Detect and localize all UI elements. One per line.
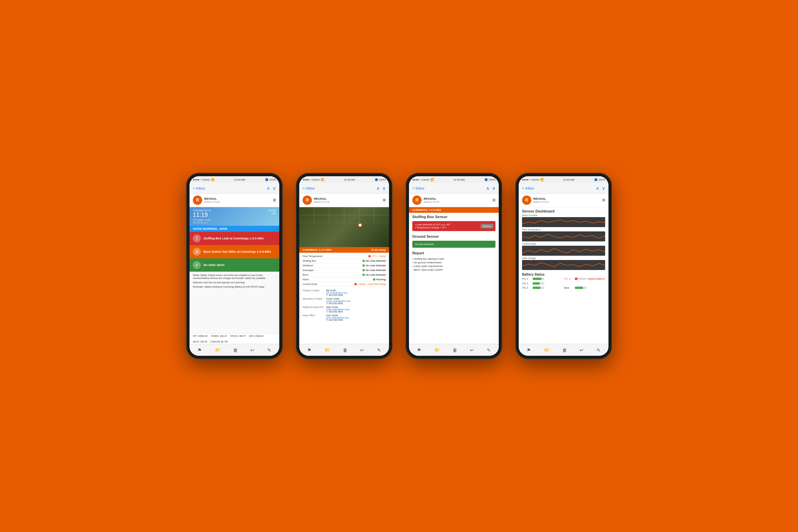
- compose-icon-4[interactable]: ✎: [596, 347, 601, 353]
- nav-bar-2: < Inbox ∧ ∨: [299, 183, 389, 193]
- up-arrow[interactable]: ∧: [267, 186, 270, 191]
- chart-area-motor: [522, 217, 605, 227]
- wifi-icon-2: 📶: [321, 178, 324, 181]
- alert-item-orange[interactable]: ⚠ Base Station has fallen at Cummings 2-…: [190, 245, 279, 258]
- up-arrow-4[interactable]: ∧: [596, 186, 599, 191]
- logo-2: R REVIVAL ANALYTICS: [303, 195, 329, 205]
- logo-circle-3: R: [412, 195, 422, 205]
- status-time-2: 12:34 AM: [344, 178, 355, 181]
- up-arrow-3[interactable]: ∧: [486, 186, 490, 191]
- flag-icon-2[interactable]: ⚑: [307, 347, 311, 353]
- signal-icon-2: ●●●●○: [303, 178, 310, 181]
- app-header-1: R REVIVAL ANALYTICS ≡: [190, 193, 279, 207]
- compose-icon-3[interactable]: ✎: [487, 347, 491, 353]
- news-section: Winter Safety: Please ensure snow tires …: [190, 272, 279, 334]
- sensor-row-current: Current Draw 5 Amps - Check Rod String: [303, 282, 386, 287]
- weather-location: Toronto: [268, 209, 276, 211]
- up-arrow-2[interactable]: ∧: [376, 186, 380, 191]
- folder-icon-3[interactable]: 📁: [434, 347, 440, 353]
- back-button-2[interactable]: < Inbox: [303, 186, 315, 190]
- alert-item-green[interactable]: ✓ No other alerts: [190, 258, 279, 272]
- dot-current: [355, 283, 357, 285]
- carrier-label-3: Carrier: [421, 178, 429, 181]
- trash-icon-2[interactable]: 🗑: [343, 347, 347, 353]
- report-section: • Stuffing box starting to lead • No gro…: [409, 256, 499, 273]
- chart-area-solar: [522, 260, 605, 270]
- dot-berm: [362, 274, 365, 276]
- battery-grid: VTL 1 VTL 4 Replace Battery! VTL 2: [522, 278, 605, 289]
- folder-icon-4[interactable]: 📁: [544, 347, 550, 353]
- hamburger-menu-2[interactable]: ≡: [383, 197, 386, 203]
- phone-3: ●●●●○ Carrier 📶 12:34 AM 🔵 100% < Inbox …: [406, 173, 502, 359]
- logo-circle-1: R: [193, 195, 202, 205]
- screen-content-4: Sensor Dashboard Motor Function Flow Tem…: [519, 207, 608, 344]
- wifi-icon-4: 📶: [540, 178, 544, 181]
- down-arrow-3[interactable]: ∨: [492, 186, 495, 191]
- reply-icon-3[interactable]: ↩: [470, 347, 474, 353]
- down-arrow-2[interactable]: ∨: [382, 186, 386, 191]
- down-arrow-4[interactable]: ∨: [602, 186, 605, 191]
- battery-section: Battery Status VTL 1 VTL 4 Replace Batte…: [519, 271, 608, 290]
- logo-4: R REVIVAL ANALYTICS: [522, 195, 549, 205]
- weather-bar: Thursday, Feb 18 11:19 UV Index: Low 02.…: [190, 207, 279, 226]
- ticker-stock: STOCK: C$8.75: [230, 335, 246, 337]
- contact-supervisor: Regional Supervisor Mary Smith mary.smit…: [303, 306, 386, 313]
- phone-1: ●●●●○ Carrier 📶 12:34 AM 🔵 100% < Inbox …: [186, 173, 283, 359]
- chart-current: Current Draw: [519, 243, 608, 256]
- wifi-icon-3: 📶: [431, 178, 434, 181]
- back-button-3[interactable]: < Inbox: [412, 186, 424, 190]
- down-arrow[interactable]: ∨: [273, 186, 276, 191]
- logo-sub-1: ANALYTICS: [204, 201, 220, 203]
- flag-icon[interactable]: ⚑: [197, 347, 202, 353]
- status-bar-1: ●●●●○ Carrier 📶 12:34 AM 🔵 100%: [190, 176, 279, 183]
- nav-arrows-2[interactable]: ∧ ∨: [376, 186, 386, 191]
- nav-bar-1: < Inbox ∧ ∨: [190, 183, 279, 193]
- flag-icon-3[interactable]: ⚑: [417, 347, 421, 353]
- nav-arrows-3[interactable]: ∧ ∨: [486, 186, 495, 191]
- alert-icon-danger: !: [193, 234, 201, 242]
- bottom-toolbar-1: ⚑ 📁 🗑 ↩ ✎: [190, 344, 279, 356]
- flag-icon-4[interactable]: ⚑: [527, 347, 531, 353]
- compose-icon-2[interactable]: ✎: [377, 347, 381, 353]
- dashboard-title: Sensor Dashboard: [519, 207, 608, 214]
- chart-area-flow: [522, 231, 605, 241]
- folder-icon[interactable]: 📁: [215, 347, 221, 353]
- dismiss-button[interactable]: Dismiss: [481, 224, 494, 228]
- folder-icon-2[interactable]: 📁: [324, 347, 330, 353]
- nav-arrows-1[interactable]: ∧ ∨: [267, 186, 276, 191]
- hamburger-menu-3[interactable]: ≡: [492, 197, 495, 203]
- battery-vtl4: VTL 4 Replace Battery!: [564, 278, 606, 280]
- back-button-4[interactable]: < Inbox: [522, 186, 534, 190]
- phones-container: ●●●●○ Carrier 📶 12:34 AM 🔵 100% < Inbox …: [186, 173, 612, 359]
- nav-bar-3: < Inbox ∧ ∨: [409, 183, 499, 193]
- bluetooth-icon-3: 🔵: [484, 178, 488, 181]
- hamburger-menu-1[interactable]: ≡: [273, 197, 276, 203]
- carrier-label-4: Carrier: [531, 178, 539, 181]
- trash-icon-4[interactable]: 🗑: [562, 347, 567, 353]
- signal-icon-4: ●●●●○: [522, 178, 530, 181]
- alert-item-red[interactable]: ! Stuffing Box Leak at Cummings 1-2-3-4W…: [190, 232, 279, 245]
- reply-icon-4[interactable]: ↩: [580, 347, 584, 353]
- report-item-2: • No ground contamination: [412, 261, 495, 264]
- reply-icon[interactable]: ↩: [250, 347, 254, 353]
- phone-3-screen: ●●●●○ Carrier 📶 12:34 AM 🔵 100% < Inbox …: [409, 176, 499, 356]
- contacts-section: Primary Contact Bill Smith bill.smith@oi…: [299, 288, 389, 324]
- report-title: Report: [409, 249, 499, 256]
- hamburger-menu-4[interactable]: ≡: [602, 197, 605, 203]
- phone-1-screen: ●●●●○ Carrier 📶 12:34 AM 🔵 100% < Inbox …: [190, 176, 279, 356]
- logo-name-3: REVIVAL: [424, 197, 439, 201]
- app-header-2: R REVIVAL ANALYTICS ≡: [299, 193, 389, 207]
- nav-arrows-4[interactable]: ∧ ∨: [596, 186, 605, 191]
- reply-icon-2[interactable]: ↩: [360, 347, 364, 353]
- sensor-row-berm: Berm No Leak Detected: [303, 273, 386, 277]
- back-button-1[interactable]: < Inbox: [193, 186, 205, 190]
- trash-icon-3[interactable]: 🗑: [453, 347, 457, 353]
- trash-icon[interactable]: 🗑: [233, 347, 238, 353]
- dot-motor: [373, 278, 375, 281]
- weather-date: Thursday, Feb 18: [193, 209, 211, 211]
- compose-icon[interactable]: ✎: [267, 347, 271, 353]
- dot-downpipe: [362, 269, 365, 271]
- site-header-bar-2: CUMMINGS: 1-2-3-4W1 74 km away: [299, 247, 389, 253]
- battery-base: Base: [564, 287, 606, 289]
- chart-area-current: [522, 246, 605, 256]
